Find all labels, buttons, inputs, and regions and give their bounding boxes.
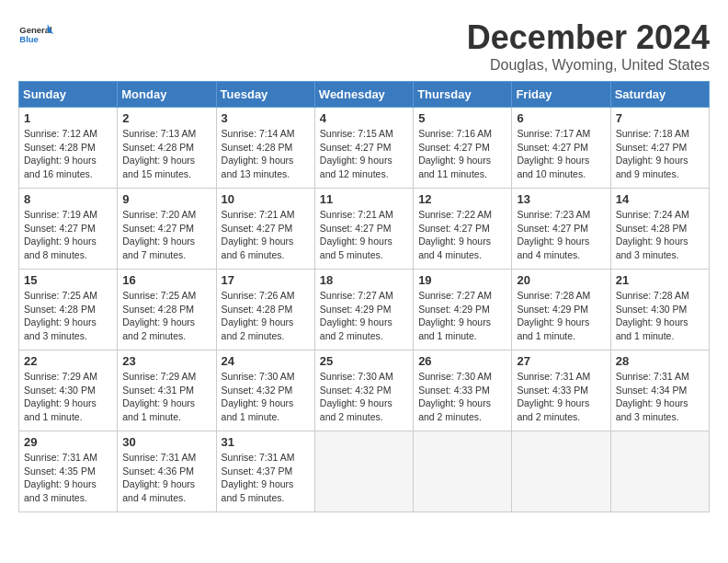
day-info: Daylight: 9 hours and 13 minutes. — [222, 154, 310, 180]
day-info: Daylight: 9 hours and 7 minutes. — [122, 235, 210, 261]
day-info: Daylight: 9 hours and 1 minute. — [418, 316, 506, 342]
svg-text:Blue: Blue — [19, 34, 39, 44]
day-info: Sunrise: 7:23 AM — [517, 208, 605, 222]
day-number: 2 — [122, 111, 210, 125]
day-info: Sunset: 4:27 PM — [222, 222, 310, 236]
day-info: Sunset: 4:27 PM — [122, 222, 210, 236]
day-info: Sunrise: 7:29 AM — [122, 370, 210, 384]
day-number: 18 — [320, 273, 408, 287]
day-info: Daylight: 9 hours and 3 minutes. — [24, 477, 112, 504]
title-area: December 2024 Douglas, Wyoming, United S… — [467, 18, 710, 74]
calendar-cell: 9Sunrise: 7:20 AMSunset: 4:27 PMDaylight… — [118, 189, 216, 270]
calendar-cell: 8Sunrise: 7:19 AMSunset: 4:27 PMDaylight… — [19, 189, 118, 270]
calendar-cell: 23Sunrise: 7:29 AMSunset: 4:31 PMDayligh… — [118, 350, 216, 431]
day-info: Sunset: 4:28 PM — [616, 222, 704, 236]
day-info: Daylight: 9 hours and 2 minutes. — [222, 316, 310, 342]
day-info: Sunset: 4:27 PM — [418, 141, 506, 155]
day-number: 29 — [24, 435, 112, 449]
day-info: Sunrise: 7:26 AM — [222, 289, 310, 303]
day-info: Sunset: 4:28 PM — [222, 141, 310, 155]
day-info: Daylight: 9 hours and 16 minutes. — [24, 154, 112, 180]
weekday-header-thursday: Thursday — [414, 82, 512, 108]
day-info: Sunset: 4:35 PM — [24, 465, 112, 478]
day-info: Sunset: 4:27 PM — [616, 141, 704, 155]
day-info: Sunrise: 7:28 AM — [616, 289, 704, 303]
calendar-table: SundayMondayTuesdayWednesdayThursdayFrid… — [18, 81, 710, 512]
day-info: Sunset: 4:37 PM — [222, 465, 310, 478]
calendar-cell: 6Sunrise: 7:17 AMSunset: 4:27 PMDaylight… — [512, 108, 610, 189]
day-info: Daylight: 9 hours and 4 minutes. — [517, 235, 605, 261]
day-info: Daylight: 9 hours and 4 minutes. — [122, 477, 210, 504]
day-number: 24 — [222, 354, 310, 368]
calendar-cell: 15Sunrise: 7:25 AMSunset: 4:28 PMDayligh… — [19, 270, 118, 350]
day-number: 19 — [418, 273, 506, 287]
weekday-header-sunday: Sunday — [19, 82, 118, 108]
day-info: Daylight: 9 hours and 11 minutes. — [418, 154, 506, 180]
day-info: Daylight: 9 hours and 15 minutes. — [122, 154, 210, 180]
day-number: 15 — [24, 273, 112, 287]
day-info: Sunrise: 7:12 AM — [24, 127, 112, 141]
day-info: Daylight: 9 hours and 1 minute. — [24, 396, 112, 423]
day-info: Sunrise: 7:25 AM — [24, 289, 112, 303]
day-info: Sunrise: 7:31 AM — [122, 451, 210, 465]
calendar-cell: 28Sunrise: 7:31 AMSunset: 4:34 PMDayligh… — [610, 350, 709, 431]
calendar-cell: 3Sunrise: 7:14 AMSunset: 4:28 PMDaylight… — [216, 108, 314, 189]
day-number: 6 — [517, 111, 605, 125]
day-info: Sunrise: 7:22 AM — [418, 208, 506, 222]
calendar-cell: 14Sunrise: 7:24 AMSunset: 4:28 PMDayligh… — [610, 189, 709, 270]
day-info: Sunrise: 7:30 AM — [222, 370, 310, 384]
calendar-cell: 30Sunrise: 7:31 AMSunset: 4:36 PMDayligh… — [118, 431, 216, 512]
calendar-cell: 7Sunrise: 7:18 AMSunset: 4:27 PMDaylight… — [610, 108, 709, 189]
day-number: 7 — [616, 111, 704, 125]
day-number: 27 — [517, 354, 605, 368]
calendar-cell — [414, 431, 512, 512]
day-info: Sunset: 4:30 PM — [24, 384, 112, 397]
day-info: Daylight: 9 hours and 3 minutes. — [616, 396, 704, 423]
week-row-5: 29Sunrise: 7:31 AMSunset: 4:35 PMDayligh… — [19, 431, 710, 512]
calendar-cell: 31Sunrise: 7:31 AMSunset: 4:37 PMDayligh… — [216, 431, 314, 512]
day-info: Sunset: 4:32 PM — [320, 384, 408, 397]
day-number: 23 — [122, 354, 210, 368]
day-number: 8 — [24, 192, 112, 206]
day-info: Daylight: 9 hours and 2 minutes. — [517, 396, 605, 423]
day-info: Daylight: 9 hours and 4 minutes. — [418, 235, 506, 261]
day-info: Daylight: 9 hours and 2 minutes. — [320, 396, 408, 423]
calendar-cell: 29Sunrise: 7:31 AMSunset: 4:35 PMDayligh… — [19, 431, 118, 512]
day-number: 10 — [222, 192, 310, 206]
day-number: 16 — [122, 273, 210, 287]
day-info: Sunset: 4:33 PM — [517, 384, 605, 397]
day-number: 11 — [320, 192, 408, 206]
day-number: 20 — [517, 273, 605, 287]
calendar-cell — [610, 431, 709, 512]
calendar-cell: 5Sunrise: 7:16 AMSunset: 4:27 PMDaylight… — [414, 108, 512, 189]
day-info: Daylight: 9 hours and 1 minute. — [122, 396, 210, 423]
day-info: Sunset: 4:27 PM — [320, 141, 408, 155]
day-number: 14 — [616, 192, 704, 206]
calendar-cell — [512, 431, 610, 512]
calendar-cell: 18Sunrise: 7:27 AMSunset: 4:29 PMDayligh… — [314, 270, 413, 350]
calendar-cell: 1Sunrise: 7:12 AMSunset: 4:28 PMDaylight… — [19, 108, 118, 189]
day-number: 5 — [418, 111, 506, 125]
day-info: Sunset: 4:27 PM — [320, 222, 408, 236]
day-info: Sunset: 4:36 PM — [122, 465, 210, 478]
month-title: December 2024 — [467, 18, 710, 57]
day-info: Sunset: 4:27 PM — [24, 222, 112, 236]
day-info: Sunrise: 7:15 AM — [320, 127, 408, 141]
day-info: Sunset: 4:28 PM — [24, 303, 112, 316]
weekday-header-tuesday: Tuesday — [216, 82, 314, 108]
calendar-cell: 13Sunrise: 7:23 AMSunset: 4:27 PMDayligh… — [512, 189, 610, 270]
calendar-cell: 19Sunrise: 7:27 AMSunset: 4:29 PMDayligh… — [414, 270, 512, 350]
day-info: Daylight: 9 hours and 2 minutes. — [320, 316, 408, 342]
calendar-cell: 10Sunrise: 7:21 AMSunset: 4:27 PMDayligh… — [216, 189, 314, 270]
calendar-cell: 20Sunrise: 7:28 AMSunset: 4:29 PMDayligh… — [512, 270, 610, 350]
calendar-cell: 21Sunrise: 7:28 AMSunset: 4:30 PMDayligh… — [610, 270, 709, 350]
day-info: Sunset: 4:27 PM — [418, 222, 506, 236]
day-number: 9 — [122, 192, 210, 206]
day-info: Sunset: 4:29 PM — [320, 303, 408, 316]
day-info: Sunset: 4:28 PM — [122, 303, 210, 316]
day-info: Daylight: 9 hours and 5 minutes. — [320, 235, 408, 261]
day-info: Sunrise: 7:17 AM — [517, 127, 605, 141]
day-number: 12 — [418, 192, 506, 206]
calendar-cell: 25Sunrise: 7:30 AMSunset: 4:32 PMDayligh… — [314, 350, 413, 431]
day-info: Daylight: 9 hours and 3 minutes. — [616, 235, 704, 261]
